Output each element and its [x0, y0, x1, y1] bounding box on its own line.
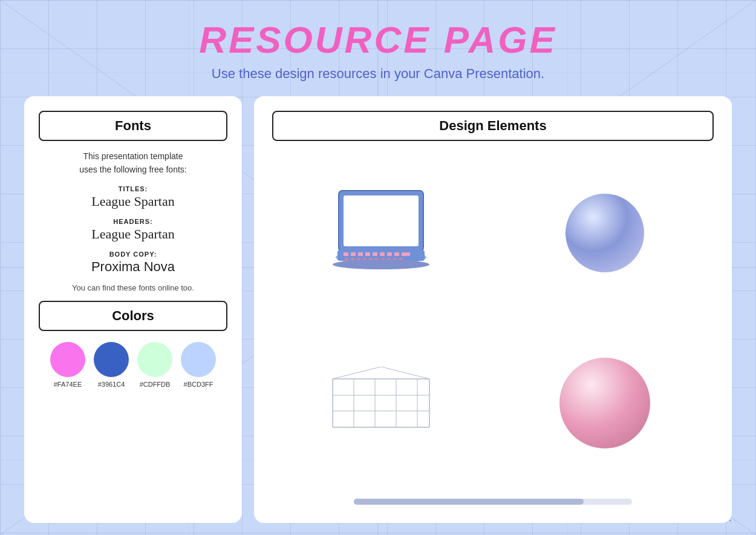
laptop-cell — [272, 151, 490, 315]
color-item-2: #3961C4 — [94, 342, 129, 388]
left-card: Fonts This presentation template uses th… — [24, 96, 242, 523]
color-swatch-green — [137, 342, 172, 377]
laptop-icon — [321, 185, 442, 281]
page-container: RESOURCE PAGE Use these design resources… — [0, 0, 756, 535]
svg-rect-24 — [373, 252, 377, 256]
color-swatch-lightblue — [181, 342, 216, 377]
fonts-header: Fonts — [39, 111, 227, 141]
colors-swatches: #FA74EE #3961C4 #CDFFDB #BCD3FF — [39, 342, 227, 388]
headers-font-name: League Spartan — [39, 226, 227, 242]
svg-rect-20 — [344, 252, 348, 256]
svg-rect-29 — [345, 258, 348, 261]
fonts-note: You can find these fonts online too. — [39, 283, 227, 292]
svg-rect-21 — [351, 252, 356, 256]
headers-label: HEADERS: — [39, 218, 227, 225]
design-elements-header: Design Elements — [272, 111, 714, 141]
pink-sphere — [559, 358, 650, 448]
page-subtitle: Use these design resources in your Canva… — [212, 66, 544, 82]
svg-rect-28 — [402, 252, 410, 256]
color-hex-pink: #FA74EE — [54, 381, 82, 388]
color-swatch-pink — [50, 342, 85, 377]
body-font-name: Proxima Nova — [39, 259, 227, 275]
titles-font-name: League Spartan — [39, 194, 227, 209]
headers-font-item: HEADERS: League Spartan — [39, 218, 227, 242]
color-item-1: #FA74EE — [50, 342, 85, 388]
svg-rect-40 — [333, 379, 429, 427]
page-title: RESOURCE PAGE — [199, 18, 557, 61]
main-content: Fonts This presentation template uses th… — [24, 96, 732, 523]
scrollbar-thumb[interactable] — [354, 499, 584, 505]
blue-sphere-cell — [496, 151, 714, 315]
titles-font-item: TITLES: League Spartan — [39, 185, 227, 209]
color-swatch-blue — [94, 342, 129, 377]
svg-rect-17 — [344, 195, 419, 246]
svg-line-48 — [381, 367, 429, 379]
color-hex-blue: #3961C4 — [98, 381, 125, 388]
color-item-4: #BCD3FF — [181, 342, 216, 388]
svg-line-47 — [333, 367, 381, 379]
body-label: BODY COPY: — [39, 251, 227, 258]
scrollbar-area — [272, 495, 714, 508]
perspective-grid-element — [321, 367, 442, 439]
svg-point-39 — [333, 260, 429, 269]
right-card: Design Elements — [254, 96, 732, 523]
body-font-item: BODY COPY: Proxima Nova — [39, 251, 227, 275]
colors-header: Colors — [39, 301, 227, 331]
fonts-description: This presentation template uses the foll… — [39, 149, 227, 177]
design-elements-grid — [272, 151, 714, 485]
svg-rect-23 — [365, 252, 370, 256]
svg-rect-22 — [358, 252, 363, 256]
color-item-3: #CDFFDB — [137, 342, 172, 388]
titles-label: TITLES: — [39, 185, 227, 192]
color-hex-lightblue: #BCD3FF — [184, 381, 213, 388]
scrollbar-track[interactable] — [354, 499, 632, 505]
color-hex-green: #CDFFDB — [140, 381, 171, 388]
perspective-grid-cell — [272, 321, 490, 486]
blue-sphere — [565, 194, 644, 272]
svg-rect-25 — [380, 252, 385, 256]
svg-rect-27 — [394, 252, 399, 256]
svg-rect-30 — [351, 258, 354, 261]
svg-rect-26 — [387, 252, 392, 256]
pink-sphere-cell — [496, 321, 714, 486]
